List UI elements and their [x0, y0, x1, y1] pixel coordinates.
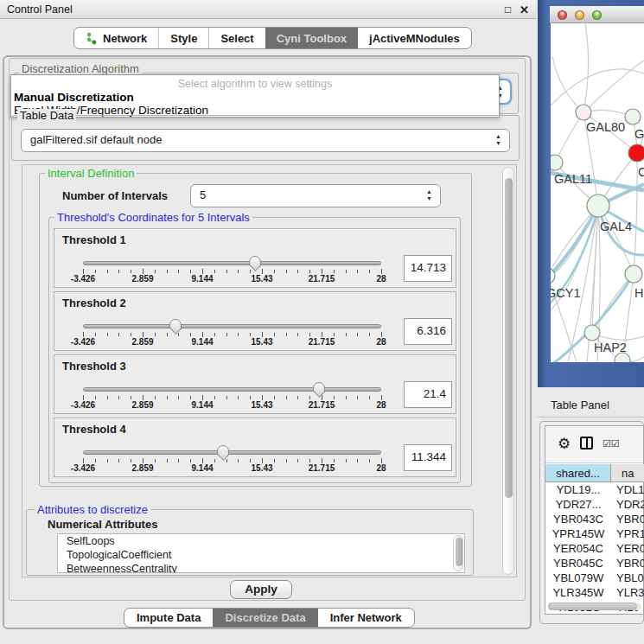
attribute-list-item[interactable]: SelfLoops [58, 534, 464, 548]
gear-icon[interactable]: ⚙ [558, 435, 571, 453]
network-node-red-node[interactable] [628, 144, 644, 162]
network-node-HAP2[interactable] [584, 325, 600, 341]
network-edge[interactable] [555, 112, 583, 163]
slider-tick [334, 270, 335, 273]
table-cell[interactable]: YBR0 [611, 557, 644, 571]
network-node-GAL11[interactable] [551, 155, 563, 170]
table-cell[interactable]: YER054C [545, 542, 611, 557]
table-cell[interactable]: YBL079W [545, 571, 611, 586]
num-intervals-combobox[interactable]: 5 ▲▼ [190, 184, 441, 207]
threshold-value-field[interactable]: 14.713 [404, 255, 452, 282]
table-cell[interactable]: YLR345W [545, 586, 611, 601]
attributes-scrollbar-thumb[interactable] [456, 538, 462, 566]
table-row[interactable]: YER054CYER0 [545, 542, 643, 557]
table-cell[interactable]: YBR0 [611, 513, 644, 527]
threshold-slider-thumb[interactable] [313, 382, 325, 392]
slider-tick-label: 9.144 [191, 400, 213, 410]
close-window-icon[interactable]: ✕ [520, 3, 529, 16]
network-node-label: H [634, 286, 643, 300]
table-panel-title: Table Panel [551, 399, 609, 411]
threshold-panel: Threshold 3-3.4262.8599.14415.4321.71528… [54, 354, 456, 414]
network-window-titlebar[interactable] [550, 6, 644, 23]
threshold-slider-thumb[interactable] [249, 256, 261, 266]
combo-spinner-icon[interactable]: ▲▼ [426, 188, 432, 202]
table-cell[interactable]: YBL0 [611, 571, 644, 586]
slider-tick-label: 9.144 [191, 463, 213, 473]
threshold-slider-track[interactable] [83, 261, 381, 265]
threshold-value-field[interactable]: 6.316 [404, 318, 452, 345]
table-data-combobox[interactable]: galFiltered.sif default node ▲▼ [21, 129, 510, 152]
vertical-scrollbar-thumb[interactable] [505, 178, 513, 498]
threshold-slider-track[interactable] [83, 324, 381, 328]
slider-tick [107, 333, 108, 336]
tab-impute-data[interactable]: Impute Data [124, 609, 213, 627]
table-row[interactable]: YBL079WYBL0 [545, 571, 643, 586]
attributes-scrollbar[interactable] [453, 535, 463, 571]
threshold-slider-thumb[interactable] [217, 445, 229, 456]
tab-jactivemnodules[interactable]: jActiveMNodules [358, 28, 471, 48]
slider-tick [118, 333, 119, 336]
algorithm-option[interactable]: Manual Discretization [14, 91, 134, 104]
table-row[interactable]: YBR043CYBR0 [545, 513, 643, 527]
table-row[interactable]: YBR045CYBR0 [545, 557, 643, 571]
vertical-scrollbar[interactable] [502, 167, 514, 575]
minimize-light[interactable] [575, 10, 584, 20]
combo-spinner-icon[interactable]: ▲▼ [495, 133, 501, 147]
table-cell[interactable]: YDL19... [545, 483, 611, 498]
slider-tick [334, 333, 335, 336]
tab-discretize-data[interactable]: Discretize Data [213, 609, 317, 627]
table-cell[interactable]: YDL1 [611, 483, 644, 498]
slider-tick [178, 396, 179, 399]
tab-network[interactable]: Network [74, 28, 158, 48]
column-header-0[interactable]: shared... [545, 464, 611, 481]
zoom-light[interactable] [592, 10, 602, 20]
table-cell[interactable]: YDR27... [545, 498, 611, 513]
table-row[interactable]: YDR27...YDR2 [545, 498, 643, 513]
network-edge[interactable] [552, 56, 583, 112]
table-cell[interactable]: YER0 [611, 542, 644, 557]
slider-tick [250, 333, 251, 336]
table-horizontal-scrollbar[interactable] [548, 603, 641, 610]
slider-tick [346, 333, 347, 336]
tab-infer-network[interactable]: Infer Network [318, 609, 414, 627]
threshold-value-field[interactable]: 11.344 [404, 444, 452, 471]
threshold-slider-thumb[interactable] [169, 319, 182, 329]
slider-tick [214, 459, 215, 462]
apply-button[interactable]: Apply [230, 580, 292, 599]
table-cell[interactable]: YBR045C [545, 557, 611, 571]
float-window-icon[interactable]: □ [505, 3, 511, 16]
tab-select[interactable]: Select [208, 28, 265, 48]
table-hscrollbar-thumb[interactable] [548, 603, 637, 610]
slider-tick-label: 28 [376, 400, 386, 410]
table-cell[interactable]: YBR043C [545, 513, 611, 527]
table-cell[interactable]: YPR1 [611, 527, 644, 542]
columns-icon[interactable] [580, 437, 593, 450]
tab-cyni-toolbox[interactable]: Cyni Toolbox [265, 28, 358, 48]
network-node-GAL80[interactable] [576, 105, 591, 120]
table-cell[interactable]: YLR3 [611, 586, 644, 601]
table-row[interactable]: YLR345WYLR3 [545, 586, 643, 601]
checkbox-checked-icon[interactable]: ☑☑ [603, 438, 620, 450]
numerical-attributes-list[interactable]: SelfLoopsTopologicalCoefficientBetweenne… [57, 533, 465, 573]
network-node-GAL4[interactable] [587, 194, 609, 217]
network-edge[interactable] [583, 61, 644, 112]
threshold-slider-track[interactable] [83, 450, 381, 455]
network-canvas[interactable]: GAL80GCGAL11GAL4GCY1HHAP2 [551, 23, 644, 362]
close-light[interactable] [558, 10, 567, 20]
table-cell[interactable]: YDR2 [611, 498, 644, 513]
slider-tick [309, 270, 310, 273]
network-node-GAL-right[interactable] [625, 109, 641, 124]
tab-style[interactable]: Style [158, 28, 208, 48]
threshold-value-field[interactable]: 21.4 [404, 381, 452, 408]
table-cell[interactable]: YPR145W [545, 527, 611, 542]
slider-tick-label: 2.859 [131, 274, 153, 284]
attribute-list-item[interactable]: BetweennessCentrality [58, 562, 464, 573]
threshold-slider-track[interactable] [83, 387, 381, 392]
network-edge[interactable] [583, 23, 589, 112]
network-node-H-node[interactable] [625, 265, 642, 283]
column-header-1[interactable]: na [611, 464, 644, 481]
table-row[interactable]: YPR145WYPR1 [545, 527, 643, 542]
attribute-list-item[interactable]: TopologicalCoefficient [58, 548, 464, 562]
slider-tick [178, 333, 179, 336]
table-row[interactable]: YDL19...YDL1 [545, 483, 643, 498]
